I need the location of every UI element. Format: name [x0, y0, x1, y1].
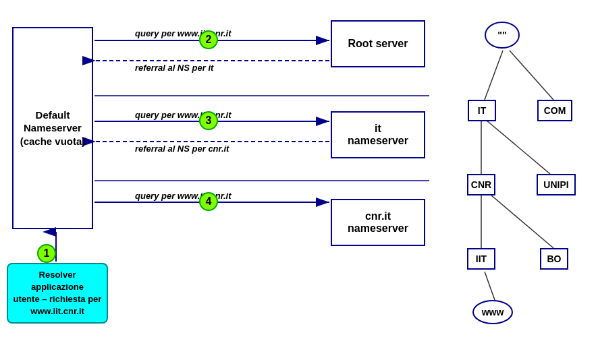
nameserver-label: DefaultNameserver(cache vuota) — [20, 109, 86, 148]
step-4-circle: 4 — [199, 192, 218, 211]
tree-node-www: www — [472, 300, 513, 324]
it-nameserver-box: itnameserver — [331, 111, 425, 158]
tree-node-root: "" — [485, 22, 520, 49]
resolver-box: Resolver applicazioneutente – richiesta … — [7, 263, 108, 324]
root-server-label: Root server — [348, 38, 408, 50]
svg-line-11 — [485, 51, 503, 100]
tree-node-unipi: UNIPI — [537, 174, 576, 195]
step-1-circle: 1 — [37, 244, 56, 263]
referral-label-3: referral al NS per cnr.it — [135, 144, 229, 154]
nameserver-box: DefaultNameserver(cache vuota) — [12, 27, 93, 229]
root-server-box: Root server — [331, 20, 425, 67]
svg-line-12 — [510, 51, 553, 100]
cnrit-nameserver-label: cnr.itnameserver — [348, 210, 408, 235]
resolver-label: Resolver applicazioneutente – richiesta … — [11, 269, 103, 318]
svg-line-14 — [486, 120, 550, 174]
tree-node-cnr: CNR — [467, 174, 495, 195]
tree-node-iit: IIT — [467, 248, 495, 270]
svg-line-17 — [485, 272, 495, 300]
cnrit-nameserver-box: cnr.itnameserver — [331, 199, 425, 246]
step-2-circle: 2 — [199, 30, 218, 49]
referral-label-2: referral al NS per it — [135, 63, 213, 73]
step-3-circle: 3 — [199, 111, 218, 130]
tree-node-it: IT — [468, 100, 496, 121]
svg-line-16 — [486, 191, 553, 248]
tree-node-bo: BO — [540, 248, 568, 270]
tree-node-com: COM — [537, 100, 572, 121]
it-nameserver-label: itnameserver — [348, 123, 408, 147]
